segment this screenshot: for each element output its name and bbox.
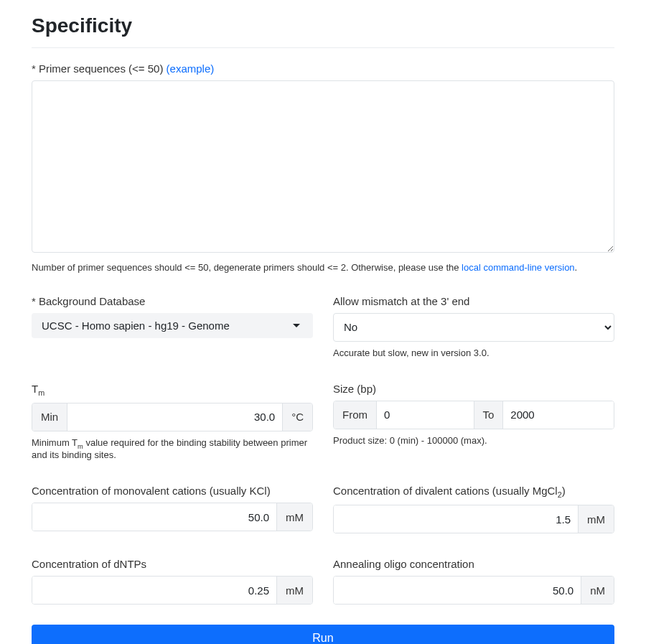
background-db-select[interactable]: UCSC - Homo sapien - hg19 - Genome: [32, 313, 313, 338]
tm-size-row: Tm Min °C Minimum Tm value required for …: [32, 383, 614, 461]
size-from-addon: From: [334, 401, 377, 429]
size-to-input[interactable]: [503, 401, 614, 429]
monovalent-col: Concentration of monovalent cations (usu…: [32, 485, 313, 533]
tm-label-main: T: [32, 383, 38, 395]
help-suffix: .: [575, 262, 578, 273]
divalent-unit-addon: mM: [578, 505, 614, 533]
size-from-input[interactable]: [377, 401, 474, 429]
tm-col: Tm Min °C Minimum Tm value required for …: [32, 383, 313, 461]
divider: [32, 47, 614, 48]
primer-sequences-input[interactable]: [32, 80, 614, 253]
db-mismatch-row: * Background Database UCSC - Homo sapien…: [32, 295, 614, 358]
background-db-label: * Background Database: [32, 295, 313, 307]
tm-min-input[interactable]: [67, 403, 282, 431]
size-input-group: From To: [333, 401, 614, 429]
anneal-col: Annealing oligo concentration nM: [333, 558, 614, 605]
size-hint: Product size: 0 (min) - 100000 (max).: [333, 435, 614, 446]
tm-label-sub: m: [38, 388, 45, 397]
tm-hint-sub: m: [78, 442, 83, 449]
run-button[interactable]: Run: [32, 625, 614, 644]
size-to-half: To: [474, 401, 614, 429]
dntp-input[interactable]: [32, 577, 276, 604]
tm-hint-pre: Minimum T: [32, 437, 78, 448]
tm-label: Tm: [32, 383, 313, 397]
dntp-input-group: mM: [32, 576, 313, 605]
monovalent-input[interactable]: [32, 503, 276, 531]
size-to-addon: To: [474, 401, 504, 429]
monovalent-unit-addon: mM: [276, 503, 312, 531]
mismatch-hint: Accurate but slow, new in version 3.0.: [333, 347, 614, 358]
cations-row: Concentration of monovalent cations (usu…: [32, 485, 614, 533]
background-db-col: * Background Database UCSC - Homo sapien…: [32, 295, 313, 358]
monovalent-input-group: mM: [32, 503, 313, 531]
mismatch-label: Allow mismatch at the 3' end: [333, 295, 614, 307]
divalent-label: Concentration of divalent cations (usual…: [333, 485, 614, 499]
anneal-unit-addon: nM: [581, 577, 614, 604]
dntp-col: Concentration of dNTPs mM: [32, 558, 313, 605]
divalent-label-end: ): [562, 485, 566, 497]
tm-hint: Minimum Tm value required for the bindin…: [32, 437, 313, 461]
dntp-anneal-row: Concentration of dNTPs mM Annealing olig…: [32, 558, 614, 605]
anneal-label: Annealing oligo concentration: [333, 558, 614, 570]
divalent-col: Concentration of divalent cations (usual…: [333, 485, 614, 533]
tm-unit-addon: °C: [282, 403, 312, 431]
primer-sequences-label: * Primer sequences (<= 50) (example): [32, 62, 614, 75]
size-col: Size (bp) From To Product size: 0 (min) …: [333, 383, 614, 461]
tm-min-addon: Min: [32, 403, 67, 431]
size-from-half: From: [334, 401, 474, 429]
anneal-input[interactable]: [334, 577, 581, 604]
local-command-line-link[interactable]: local command-line version: [462, 262, 575, 273]
anneal-input-group: nM: [333, 576, 614, 605]
chevron-down-icon: [293, 324, 300, 327]
help-prefix: Number of primer sequences should <= 50,…: [32, 262, 462, 273]
size-label: Size (bp): [333, 383, 614, 395]
mismatch-select[interactable]: No: [333, 313, 614, 342]
primer-sequences-label-text: * Primer sequences (<= 50): [32, 62, 167, 75]
example-link[interactable]: (example): [167, 62, 215, 75]
divalent-label-main: Concentration of divalent cations (usual…: [333, 485, 558, 497]
mismatch-col: Allow mismatch at the 3' end No Accurate…: [333, 295, 614, 358]
divalent-input-group: mM: [333, 505, 614, 533]
background-db-selected: UCSC - Homo sapien - hg19 - Genome: [42, 319, 230, 332]
tm-input-group: Min °C: [32, 403, 313, 431]
monovalent-label: Concentration of monovalent cations (usu…: [32, 485, 313, 497]
dntp-unit-addon: mM: [276, 577, 312, 604]
page-title: Specificity: [32, 14, 614, 37]
divalent-input[interactable]: [334, 505, 578, 533]
dntp-label: Concentration of dNTPs: [32, 558, 313, 570]
primer-sequences-section: * Primer sequences (<= 50) (example) Num…: [32, 62, 614, 275]
primer-sequences-help: Number of primer sequences should <= 50,…: [32, 261, 614, 275]
